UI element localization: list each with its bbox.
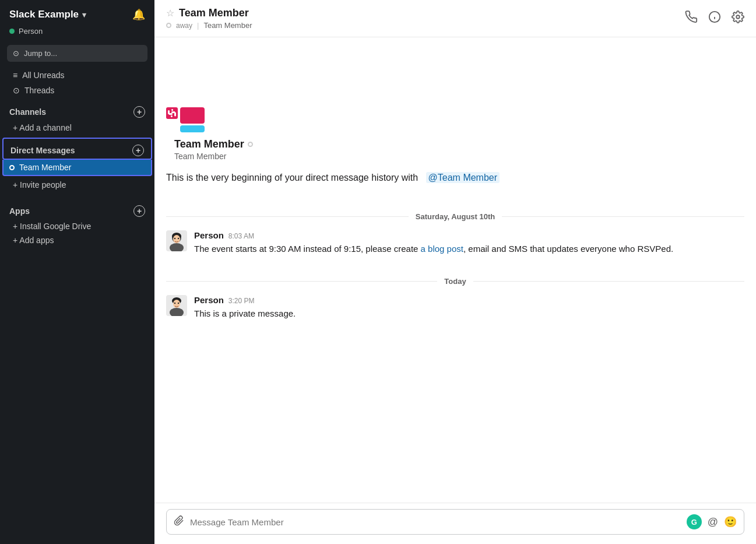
online-status-dot: [9, 29, 15, 34]
channel-member-label: Team Member: [203, 21, 252, 30]
dm-intro-text: This is the very beginning of your direc…: [166, 173, 744, 183]
channels-section-label: Channels: [9, 107, 46, 117]
message-text-2: This is a private message.: [194, 307, 744, 321]
all-unreads-label: All Unreads: [22, 71, 64, 80]
date-divider-today: Today: [166, 277, 744, 286]
dm-profile-name: Team Member: [174, 138, 744, 150]
attach-file-button[interactable]: [174, 515, 184, 529]
svg-point-9: [174, 238, 175, 239]
message-content-2: Person 3:20 PM This is a private message…: [194, 295, 744, 321]
avatar-group-right: [180, 107, 205, 132]
install-google-drive-link[interactable]: + Install Google Drive: [3, 219, 151, 233]
sidebar-header: Slack Example ▾ 🔔: [0, 0, 154, 27]
dm-mention-link[interactable]: @Team Member: [426, 172, 500, 183]
star-channel-icon[interactable]: ☆: [166, 8, 174, 19]
message-author-2: Person: [194, 295, 224, 305]
date-label-today: Today: [444, 277, 466, 286]
message-input[interactable]: [190, 517, 681, 527]
channel-title: Team Member: [179, 7, 249, 19]
sidebar: Slack Example ▾ 🔔 Person ⊙ Jump to... ≡ …: [0, 0, 154, 544]
message-time-2: 3:20 PM: [228, 297, 255, 305]
at-mention-button[interactable]: @: [708, 516, 718, 528]
gear-icon[interactable]: [732, 10, 744, 26]
svg-point-10: [178, 238, 179, 239]
user-status: Person: [0, 27, 154, 43]
jump-to-label: Jump to...: [24, 49, 57, 58]
message-text-1: The event starts at 9:30 AM instead of 9…: [194, 243, 744, 256]
invite-people-button[interactable]: + Invite people: [3, 177, 151, 192]
threads-icon: ⊙: [13, 86, 20, 95]
channels-section-header[interactable]: Channels +: [0, 98, 154, 120]
add-channel-label: + Add a channel: [13, 123, 72, 132]
date-label-aug10: Saturday, August 10th: [416, 212, 495, 221]
grammarly-button[interactable]: G: [687, 514, 702, 529]
channel-status-dot: [166, 23, 171, 28]
dm-profile-role: Team Member: [174, 152, 744, 161]
apps-section: Apps + + Install Google Drive + Add apps: [0, 197, 154, 247]
info-icon[interactable]: [708, 10, 721, 26]
message-input-box: G @ 🙂: [166, 509, 744, 535]
threads-label: Threads: [24, 86, 54, 95]
channel-meta-pipe: |: [197, 21, 199, 30]
date-divider-aug10: Saturday, August 10th: [166, 212, 744, 221]
message-header-1: Person 8:03 AM: [194, 230, 744, 240]
message-input-area: G @ 🙂: [154, 503, 756, 544]
message-group-1: Person 8:03 AM The event starts at 9:30 …: [166, 230, 744, 256]
channel-meta: away | Team Member: [166, 21, 252, 30]
svg-point-16: [178, 302, 179, 303]
svg-point-3: [736, 15, 740, 19]
direct-messages-label: Direct Messages: [10, 146, 75, 155]
channel-header-info: ☆ Team Member away | Team Member: [166, 7, 252, 30]
message-group-2: Person 3:20 PM This is a private message…: [166, 295, 744, 321]
direct-messages-section-header[interactable]: Direct Messages +: [2, 138, 152, 160]
message-time-1: 8:03 AM: [228, 232, 254, 240]
message-header-2: Person 3:20 PM: [194, 295, 744, 305]
main-content: ☆ Team Member away | Team Member: [154, 0, 756, 544]
dm-avatars: [166, 107, 744, 132]
apps-section-header[interactable]: Apps +: [0, 197, 154, 219]
add-apps-link[interactable]: + Add apps: [3, 233, 151, 247]
add-dm-icon[interactable]: +: [132, 145, 144, 156]
messages-area: Team Member Team Member This is the very…: [154, 37, 756, 503]
avatar-red-block: [180, 107, 205, 124]
sidebar-item-all-unreads[interactable]: ≡ All Unreads: [3, 68, 151, 83]
install-google-drive-label: + Install Google Drive: [13, 222, 91, 231]
add-apps-label: + Add apps: [13, 236, 54, 245]
add-channel-button[interactable]: + Add a channel: [3, 120, 151, 135]
emoji-picker-button[interactable]: 🙂: [724, 515, 737, 528]
message-author-1: Person: [194, 230, 224, 240]
sidebar-item-threads[interactable]: ⊙ Threads: [3, 83, 151, 98]
avatar-person-1: [166, 230, 187, 251]
workspace-name[interactable]: Slack Example ▾: [9, 9, 86, 20]
dm-label-team-member: Team Member: [19, 163, 71, 172]
dm-away-dot: [248, 142, 253, 147]
username-label: Person: [19, 27, 43, 36]
channel-status-label: away: [176, 22, 192, 30]
dm-item-team-member[interactable]: Team Member: [2, 160, 152, 176]
blog-post-link[interactable]: a blog post: [421, 244, 463, 254]
workspace-title: Slack Example: [9, 9, 79, 20]
dm-intro: Team Member Team Member This is the very…: [166, 49, 744, 183]
apps-section-label: Apps: [9, 206, 30, 216]
channel-header-icons: [685, 10, 744, 26]
workspace-chevron: ▾: [82, 10, 86, 19]
jump-to-icon: ⊙: [13, 49, 19, 58]
avatar-person-2: [166, 295, 187, 316]
avatar-shape-1: [166, 107, 178, 119]
message-content-1: Person 8:03 AM The event starts at 9:30 …: [194, 230, 744, 256]
dm-name-label: Team Member: [174, 138, 244, 150]
svg-point-15: [174, 302, 175, 303]
input-icons: G @ 🙂: [687, 514, 737, 529]
dm-profile-info: Team Member Team Member: [174, 138, 744, 161]
jump-to-button[interactable]: ⊙ Jump to...: [7, 45, 147, 62]
add-app-icon[interactable]: +: [133, 205, 145, 217]
bell-icon[interactable]: 🔔: [132, 8, 145, 21]
avatar-group-left: [166, 107, 178, 119]
all-unreads-icon: ≡: [13, 71, 17, 80]
dm-status-dot-team-member: [9, 165, 15, 170]
add-channel-icon[interactable]: +: [133, 106, 145, 118]
avatar-blue-bar: [180, 125, 205, 132]
phone-icon[interactable]: [685, 10, 698, 26]
channel-header: ☆ Team Member away | Team Member: [154, 0, 756, 37]
